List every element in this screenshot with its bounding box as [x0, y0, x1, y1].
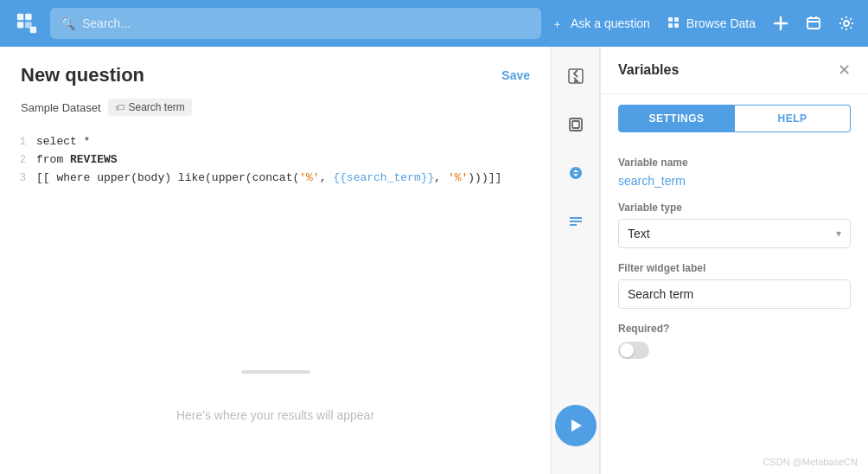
- page-header: New question Save: [0, 47, 551, 95]
- results-placeholder: Here's where your results will appear: [0, 318, 551, 474]
- tab-help[interactable]: HELP: [735, 105, 851, 132]
- page-title: New question: [21, 64, 144, 86]
- variable-type-label: Variable type: [618, 202, 851, 214]
- svg-marker-18: [571, 420, 582, 432]
- variables-button[interactable]: [560, 206, 591, 237]
- svg-rect-2: [17, 22, 23, 28]
- search-icon: 🔍: [61, 16, 75, 30]
- main-layout: New question Save Sample Dataset 🏷 Searc…: [0, 47, 868, 474]
- required-field: Required?: [618, 323, 851, 359]
- variables-panel: Variables ✕ SETTINGS HELP Variable name …: [600, 47, 868, 474]
- required-toggle[interactable]: [618, 342, 649, 359]
- breadcrumb-tag-label: Search term: [129, 101, 185, 113]
- variable-type-field: Variable type Text ▾: [618, 202, 851, 248]
- variables-tabs: SETTINGS HELP: [601, 94, 868, 143]
- ask-question-button[interactable]: ＋ Ask a question: [552, 16, 650, 30]
- variables-title: Variables: [618, 62, 679, 78]
- svg-rect-14: [572, 121, 579, 128]
- format-button[interactable]: [560, 109, 591, 140]
- variables-body: Variable name search_term Variable type …: [601, 143, 868, 474]
- search-placeholder: Search...: [82, 16, 131, 30]
- top-navigation: 🔍 Search... ＋ Ask a question Browse Data: [0, 0, 868, 47]
- breadcrumb-dataset[interactable]: Sample Dataset: [21, 101, 101, 114]
- global-search[interactable]: 🔍 Search...: [50, 8, 541, 39]
- variables-header: Variables ✕: [601, 47, 868, 94]
- breadcrumb-tag[interactable]: 🏷 Search term: [108, 99, 192, 116]
- filter-widget-label-field: Filter widget label: [618, 262, 851, 309]
- code-line-2: 2 from REVIEWS: [14, 151, 537, 170]
- chevron-down-icon: ▾: [836, 227, 841, 240]
- variable-type-value: Text: [628, 227, 836, 240]
- query-editor-panel: New question Save Sample Dataset 🏷 Searc…: [0, 47, 600, 474]
- required-toggle-container: [618, 342, 851, 359]
- svg-text:＋: ＋: [552, 17, 563, 30]
- svg-rect-7: [674, 17, 679, 22]
- variable-name-field: Variable name search_term: [618, 157, 851, 188]
- close-variables-button[interactable]: ✕: [838, 61, 851, 80]
- watermark: CSDN @MetabaseCN: [763, 457, 858, 467]
- new-item-button[interactable]: [773, 16, 788, 31]
- editor-toolbar: [551, 47, 599, 474]
- variable-type-select[interactable]: Text ▾: [618, 219, 851, 248]
- app-logo[interactable]: [14, 10, 40, 36]
- variable-name-value: search_term: [618, 174, 851, 188]
- run-query-button[interactable]: [555, 405, 597, 446]
- required-label: Required?: [618, 323, 851, 335]
- activity-button[interactable]: [806, 16, 821, 31]
- save-button[interactable]: Save: [501, 68, 530, 82]
- topnav-right-actions: ＋ Ask a question Browse Data: [552, 16, 854, 31]
- svg-rect-6: [668, 17, 673, 22]
- svg-rect-0: [17, 14, 23, 20]
- metabase-button[interactable]: [560, 157, 591, 189]
- browse-data-button[interactable]: Browse Data: [667, 16, 756, 30]
- collapse-button[interactable]: [560, 61, 591, 92]
- settings-button[interactable]: [839, 16, 854, 31]
- code-line-1: 1 select *: [14, 133, 537, 151]
- sql-editor[interactable]: 1 select * 2 from REVIEWS 3 [[ where upp…: [0, 126, 551, 318]
- filter-widget-label: Filter widget label: [618, 262, 851, 274]
- variable-name-label: Variable name: [618, 157, 851, 169]
- tab-settings[interactable]: SETTINGS: [618, 105, 735, 132]
- svg-rect-4: [30, 27, 36, 33]
- toggle-knob: [620, 343, 634, 357]
- svg-rect-8: [668, 23, 673, 28]
- code-line-3: 3 [[ where upper(body) like(upper(concat…: [14, 170, 537, 188]
- tag-icon: 🏷: [115, 102, 124, 112]
- breadcrumb: Sample Dataset 🏷 Search term: [0, 95, 551, 126]
- svg-rect-1: [25, 14, 31, 20]
- svg-rect-9: [674, 23, 679, 28]
- filter-widget-input[interactable]: [618, 279, 851, 309]
- svg-point-11: [844, 21, 849, 26]
- svg-rect-10: [807, 18, 820, 29]
